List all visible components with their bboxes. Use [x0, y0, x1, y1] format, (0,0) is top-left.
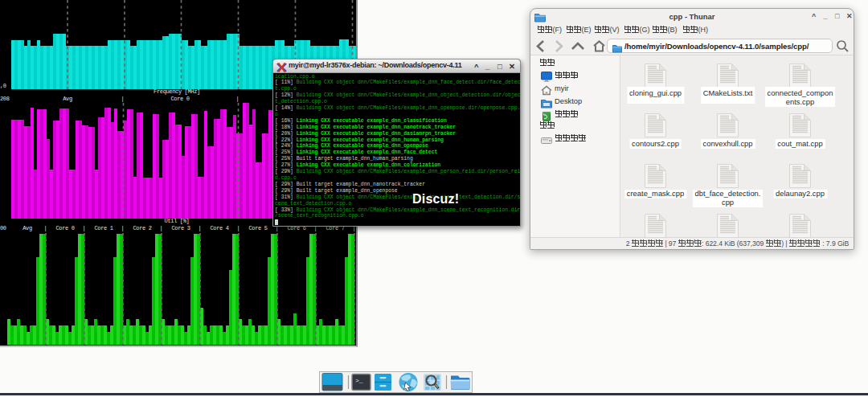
- svg-text:>_: >_: [355, 377, 363, 384]
